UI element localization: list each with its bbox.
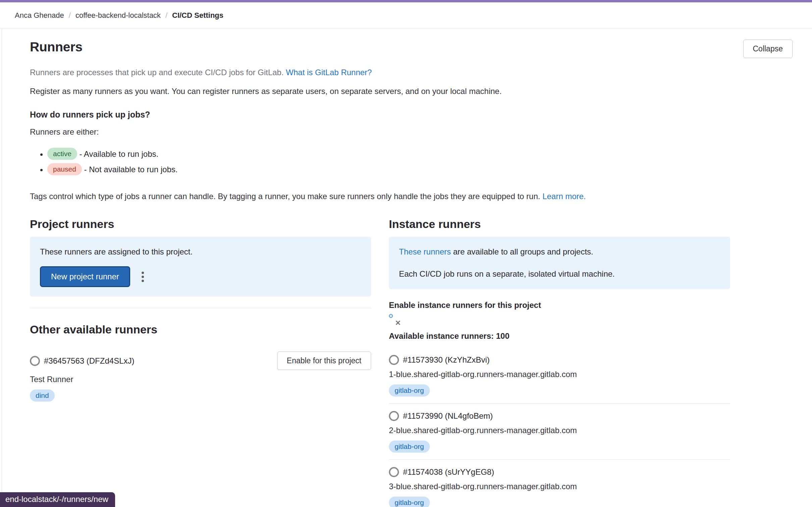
paused-status-text: - Not available to run jobs. [84, 165, 178, 174]
breadcrumb-user[interactable]: Anca Ghenade [15, 11, 64, 20]
runner-status-list: active - Available to run jobs. paused -… [47, 146, 793, 177]
runner-host: 3-blue.shared-gitlab-org.runners-manager… [389, 482, 730, 491]
runner-tag-badge: gitlab-org [389, 384, 430, 397]
instance-panel-text-rest: are available to all groups and projects… [451, 247, 593, 256]
theme-accent-bar [0, 0, 812, 2]
what-is-gitlab-runner-link[interactable]: What is GitLab Runner? [286, 68, 372, 77]
other-available-runners-heading: Other available runners [30, 323, 371, 336]
page-title: Runners [30, 40, 83, 54]
runner-id: #11573930 (KzYhZxBvi) [403, 355, 490, 365]
list-item: paused - Not available to run jobs. [47, 162, 793, 177]
runner-id: #11574038 (sUrYYgEG8) [403, 467, 494, 477]
paused-status-badge: paused [47, 163, 82, 175]
link-url-status-tooltip: end-localstack/-/runners/new [0, 492, 115, 507]
instance-runners-panel-text: These runners are available to all group… [399, 246, 720, 258]
breadcrumb-separator: / [69, 11, 71, 20]
project-runners-panel-text: These runners are assigned to this proje… [40, 246, 361, 258]
instance-runners-heading: Instance runners [389, 218, 730, 231]
how-runners-pick-up-jobs-heading: How do runners pick up jobs? [30, 110, 793, 120]
learn-more-link[interactable]: Learn more. [543, 192, 586, 201]
project-runners-panel: These runners are assigned to this proje… [30, 237, 371, 296]
instance-panel-text2: Each CI/CD job runs on a separate, isola… [399, 268, 720, 280]
active-status-badge: active [47, 148, 77, 160]
available-runner-row: #36457563 (DFZd4SLxJ) Enable for this pr… [30, 352, 371, 370]
instance-runner-row: #11574038 (sUrYYgEG8) 3-blue.shared-gitl… [389, 460, 730, 507]
tags-description-text: Tags control which type of jobs a runner… [30, 192, 540, 201]
runner-id: #36457563 (DFZd4SLxJ) [44, 356, 134, 366]
breadcrumb-project[interactable]: coffee-backend-localstack [75, 11, 161, 20]
runner-tag-badge: dind [30, 389, 55, 402]
runner-tag-badge: gitlab-org [389, 441, 430, 453]
list-item: active - Available to run jobs. [47, 146, 793, 162]
enable-instance-runners-heading: Enable instance runners for this project [389, 301, 730, 310]
project-runners-heading: Project runners [30, 218, 371, 231]
breadcrumb: Anca Ghenade / coffee-backend-localstack… [15, 11, 223, 20]
instance-runners-section: Instance runners These runners are avail… [389, 218, 730, 507]
runner-tag-badge: gitlab-org [389, 497, 430, 507]
tags-description: Tags control which type of jobs a runner… [30, 191, 793, 202]
instance-runner-row: #11573990 (NL4gfoBem) 2-blue.shared-gitl… [389, 404, 730, 460]
project-runners-section: Project runners These runners are assign… [30, 218, 371, 507]
these-runners-link[interactable]: These runners [399, 247, 451, 256]
instance-runner-list: #11573930 (KzYhZxBvi) 1-blue.shared-gitl… [389, 348, 730, 507]
runner-status-icon [389, 355, 399, 365]
runner-id: #11573990 (NL4gfoBem) [403, 411, 493, 421]
available-instance-runners-heading: Available instance runners: 100 [389, 331, 730, 341]
new-project-runner-button[interactable]: New project runner [40, 266, 130, 287]
runner-description: Test Runner [30, 375, 371, 384]
breadcrumb-bar: Anca Ghenade / coffee-backend-localstack… [0, 2, 812, 29]
section-divider [30, 308, 371, 308]
runners-intro: Runners are processes that pick up and e… [30, 67, 793, 78]
collapse-button[interactable]: Collapse [743, 40, 793, 58]
register-text: Register as many runners as you want. Yo… [30, 86, 793, 97]
runner-status-icon [389, 411, 399, 421]
enable-for-this-project-button[interactable]: Enable for this project [277, 352, 371, 370]
runner-status-icon [389, 467, 399, 477]
runner-host: 2-blue.shared-gitlab-org.runners-manager… [389, 426, 730, 435]
instance-runner-row: #11573930 (KzYhZxBvi) 1-blue.shared-gitl… [389, 348, 730, 404]
runner-status-icon [30, 356, 40, 366]
breadcrumb-current-page: CI/CD Settings [172, 11, 223, 20]
runners-intro-text: Runners are processes that pick up and e… [30, 68, 284, 77]
instance-runners-panel: These runners are available to all group… [389, 237, 730, 289]
vertical-ellipsis-icon[interactable] [139, 268, 147, 285]
settings-content: Runners Collapse Runners are processes t… [2, 29, 812, 507]
runners-are-either-text: Runners are either: [30, 126, 793, 138]
toggle-off-cross-icon: ✕ [392, 317, 404, 329]
active-status-text: - Available to run jobs. [80, 149, 159, 158]
instance-runners-toggle[interactable]: ✕ [389, 314, 393, 318]
breadcrumb-separator: / [165, 11, 167, 20]
runner-host: 1-blue.shared-gitlab-org.runners-manager… [389, 370, 730, 379]
